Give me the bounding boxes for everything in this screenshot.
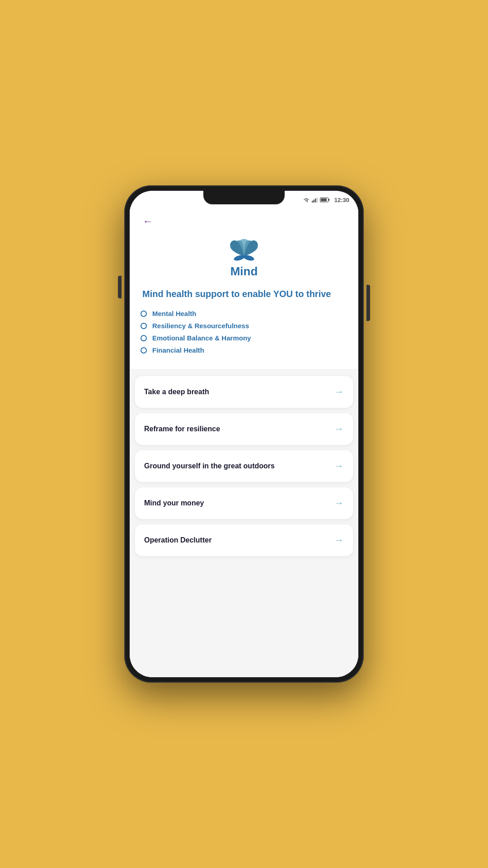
logo-area: Mind xyxy=(141,236,347,278)
back-button[interactable]: ← xyxy=(141,214,155,229)
card-resilience[interactable]: Reframe for resilience → xyxy=(135,413,353,445)
bullet-text-3: Emotional Balance & Harmony xyxy=(152,334,251,342)
card-arrow-4: → xyxy=(334,497,344,509)
svg-rect-1 xyxy=(313,200,314,203)
svg-rect-6 xyxy=(328,199,330,201)
svg-rect-2 xyxy=(315,198,316,203)
bullet-list: Mental Health Resiliency & Resourcefulne… xyxy=(141,307,347,356)
card-declutter[interactable]: Operation Declutter → xyxy=(135,524,353,556)
phone-frame: 12:30 ← xyxy=(124,185,364,683)
card-arrow-3: → xyxy=(334,460,344,472)
bullet-text-2: Resiliency & Resourcefulness xyxy=(152,322,249,330)
status-icons xyxy=(303,197,330,203)
svg-rect-3 xyxy=(316,198,318,203)
phone-screen: 12:30 ← xyxy=(130,191,358,677)
svg-rect-5 xyxy=(321,198,327,202)
phone-notch xyxy=(203,191,285,204)
card-arrow-1: → xyxy=(334,386,344,398)
card-label-2: Reframe for resilience xyxy=(144,424,328,434)
bullet-item-1: Mental Health xyxy=(141,307,347,320)
card-arrow-2: → xyxy=(334,423,344,435)
bullet-item-2: Resiliency & Resourcefulness xyxy=(141,320,347,332)
bullet-item-3: Emotional Balance & Harmony xyxy=(141,332,347,344)
card-money[interactable]: Mind your money → xyxy=(135,487,353,519)
app-title: Mind xyxy=(230,264,258,278)
svg-rect-0 xyxy=(312,201,313,203)
card-arrow-5: → xyxy=(334,534,344,546)
bullet-circle-1 xyxy=(141,311,147,317)
bullet-text-4: Financial Health xyxy=(152,346,204,354)
bullet-text-1: Mental Health xyxy=(152,310,197,317)
cards-section: Take a deep breath → Reframe for resilie… xyxy=(130,369,358,563)
card-label-4: Mind your money xyxy=(144,498,328,508)
signal-icon xyxy=(312,197,318,203)
time-display: 12:30 xyxy=(334,197,349,203)
screen-content[interactable]: ← xyxy=(130,207,358,677)
lotus-icon xyxy=(228,236,260,261)
card-deep-breath[interactable]: Take a deep breath → xyxy=(135,376,353,408)
battery-icon xyxy=(320,197,330,203)
card-label-1: Take a deep breath xyxy=(144,387,328,397)
volume-button xyxy=(118,276,122,298)
card-label-3: Ground yourself in the great outdoors xyxy=(144,461,328,471)
subtitle: Mind health support to enable YOU to thr… xyxy=(141,288,347,300)
top-section: ← xyxy=(130,207,358,369)
bullet-circle-4 xyxy=(141,347,147,354)
bullet-circle-2 xyxy=(141,323,147,329)
card-label-5: Operation Declutter xyxy=(144,535,328,545)
wifi-icon xyxy=(303,197,310,203)
power-button xyxy=(366,285,370,321)
bullet-item-4: Financial Health xyxy=(141,344,347,356)
bullet-circle-3 xyxy=(141,335,147,341)
card-outdoors[interactable]: Ground yourself in the great outdoors → xyxy=(135,450,353,482)
back-arrow-icon: ← xyxy=(143,216,153,227)
